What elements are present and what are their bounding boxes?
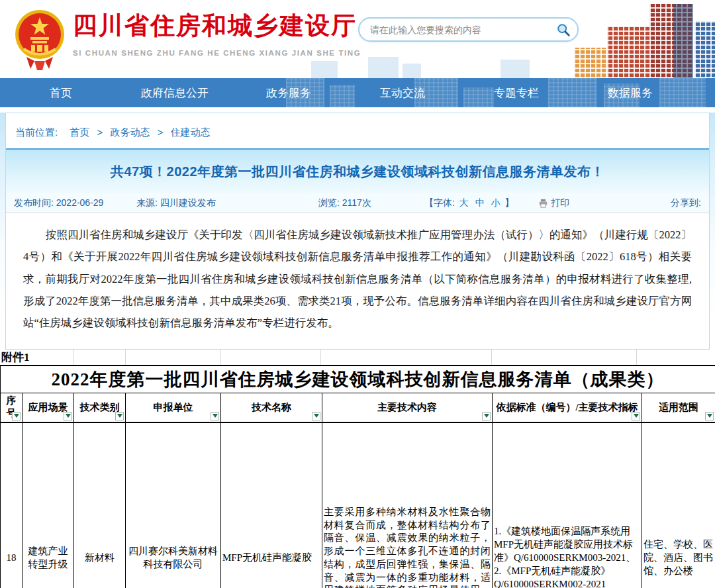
col-header-standards[interactable]: 依据标准（编号）/主要技术指标 [493,393,642,422]
cell-standards: 1.《建筑楼地面保温隔声系统用MFP无机硅声能凝胶应用技术标准》Q/610000… [493,422,642,588]
col-header-standards-label: 依据标准（编号）/主要技术指标 [496,402,638,413]
font-size-small-button[interactable]: 小 [491,197,501,208]
col-header-org-label: 申报单位 [154,402,193,413]
filter-dropdown-icon[interactable] [705,412,714,420]
col-header-scene[interactable]: 应用场景 [23,393,74,422]
site-title-block: 四川省住房和城乡建设厅 SI CHUAN SHENG ZHU FANG HE C… [73,9,361,57]
grid-line [491,350,492,365]
background-building [368,57,399,78]
font-size-large-button[interactable]: 大 [459,197,469,208]
publish-time: 发布时间: 2022-06-29 [14,197,136,209]
national-emblem-logo[interactable] [15,5,65,72]
filter-dropdown-icon[interactable] [482,412,491,420]
nav-item-data-services[interactable]: 数据服务 [573,85,687,101]
cell-category: 新材料 [74,422,126,588]
nav-item-interaction[interactable]: 互动交流 [346,85,459,101]
col-header-content[interactable]: 主要技术内容 [322,393,493,422]
nav-item-gov-info[interactable]: 政府信息公开 [118,85,232,101]
grid-line [320,350,321,365]
col-header-category-label: 技术类别 [80,402,120,413]
site-title: 四川省住房和城乡建设厅 [73,9,361,42]
print-button[interactable]: 打印 [551,197,569,209]
cell-tech-name: MFP无机硅声能凝胶 [221,422,322,588]
building-red [607,26,651,78]
article-source: 来源: 四川建设发布 [136,197,318,209]
col-header-seq[interactable]: 序号 [1,393,23,422]
building-blue [694,21,715,78]
printer-icon [538,199,548,208]
table-row: 18 建筑产业转型升级 新材料 四川赛尔科美新材料科技有限公司 MFP无机硅声能… [1,422,715,588]
filter-dropdown-icon[interactable] [211,412,219,420]
cell-seq: 18 [1,422,23,588]
grid-line [125,350,126,365]
attachment-label-row: 附件1 [0,350,715,365]
breadcrumb-separator: > [158,126,164,138]
standard-line-1: 1.《建筑楼地面保温隔声系统用MFP无机硅声能凝胶应用技术标准》Q/610000… [494,525,640,564]
filter-dropdown-icon[interactable] [64,412,72,420]
content-panel: 当前位置: 首页 > 政务动态 > 住建动态 共47项！2022年度第一批四川省… [5,113,710,350]
breadcrumb-label: 当前位置: [15,126,58,138]
breadcrumb-news-link[interactable]: 政务动态 [110,126,150,138]
search-box [358,17,579,42]
filter-dropdown-icon[interactable] [632,412,640,420]
grid-line [73,350,74,365]
breadcrumb: 当前位置: 首页 > 政务动态 > 住建动态 [6,113,709,148]
col-header-category[interactable]: 技术类别 [74,393,126,422]
nav-item-services[interactable]: 政务服务 [232,85,346,101]
site-subtitle: SI CHUAN SHENG ZHU FANG HE CHENG XIANG J… [73,49,361,57]
background-building [311,61,338,78]
filter-dropdown-icon[interactable] [312,412,320,420]
search-input[interactable] [359,24,556,35]
breadcrumb-separator: > [97,126,103,138]
font-label-start: 【字体: [424,197,455,208]
cell-scope: 住宅、学校、医院、酒店、图书馆、办公楼 [642,422,715,588]
breadcrumb-current-link[interactable]: 住建动态 [171,126,211,138]
article-meta-bar: 发布时间: 2022-06-29 来源: 四川建设发布 浏览: 2117次 【字… [6,193,709,213]
font-size-medium-button[interactable]: 中 [475,197,485,208]
attachment-label: 附件1 [1,351,30,364]
national-emblem-icon [15,5,65,72]
col-header-content-label: 主要技术内容 [377,402,437,413]
font-label-end: 】 [504,197,514,208]
views-label: 浏览: [318,197,340,208]
table-header-row: 序号 应用场景 技术类别 申报单位 技术名称 [1,393,715,422]
page-body: 当前位置: 首页 > 政务动态 > 住建动态 共47项！2022年度第一批四川省… [0,113,715,588]
article-title: 共47项！2022年度第一批四川省住房和城乡建设领域科技创新信息服务清单发布！ [111,163,604,181]
publish-time-label: 发布时间: [14,197,54,208]
article-body-paragraph: 按照四川省住房和城乡建设厅《关于印发〈四川省住房城乡建设领域新技术推广应用管理办… [6,213,709,349]
background-building [403,64,421,78]
col-header-scope[interactable]: 适用范围 [642,393,715,422]
view-count: 浏览: 2117次 [318,197,424,209]
breadcrumb-home-link[interactable]: 首页 [70,126,89,138]
grid-line [636,350,637,365]
search-icon [556,23,571,37]
header-buildings-illustration [573,0,715,78]
col-header-tech-name[interactable]: 技术名称 [221,393,322,422]
cell-org: 四川赛尔科美新材料科技有限公司 [126,422,221,588]
views-value: 2117次 [342,197,371,208]
page: 四川省住房和城乡建设厅 SI CHUAN SHENG ZHU FANG HE C… [0,0,715,588]
standard-line-2: 2.《MFP无机硅声能凝胶》Q/610000SERKM002-2021 [494,565,640,588]
building-tall [649,4,693,78]
cell-scene: 建筑产业转型升级 [23,422,74,588]
col-header-org[interactable]: 申报单位 [126,393,221,422]
site-header: 四川省住房和城乡建设厅 SI CHUAN SHENG ZHU FANG HE C… [0,0,715,78]
source-label: 来源: [136,197,158,208]
col-header-tech-name-label: 技术名称 [252,402,291,413]
nav-item-home[interactable]: 首页 [4,85,118,101]
table-title-row: 2022年度第一批四川省住房城乡建设领域科技创新信息服务清单（成果类） [1,366,715,393]
results-table: 2022年度第一批四川省住房城乡建设领域科技创新信息服务清单（成果类） 序号 应… [0,365,715,588]
col-header-scope-label: 适用范围 [659,402,698,413]
nav-item-special-topics[interactable]: 专题专栏 [459,85,573,101]
filter-dropdown-icon[interactable] [115,412,124,420]
main-nav: 首页 政府信息公开 政务服务 互动交流 专题专栏 数据服务 [0,78,715,107]
cell-content: 主要采用多种纳米材料及水性聚合物材料复合而成，整体材料结构分布了隔音、保温、减震… [322,422,493,588]
share-label: 分享到: [671,197,701,209]
background-building [501,60,530,78]
table-title: 2022年度第一批四川省住房城乡建设领域科技创新信息服务清单（成果类） [1,366,715,393]
filter-dropdown-icon[interactable] [12,412,21,420]
col-header-scene-label: 应用场景 [28,402,68,413]
source-value: 四川建设发布 [160,197,216,208]
building-orange [574,48,608,78]
print-control[interactable]: 打印 [538,197,671,209]
